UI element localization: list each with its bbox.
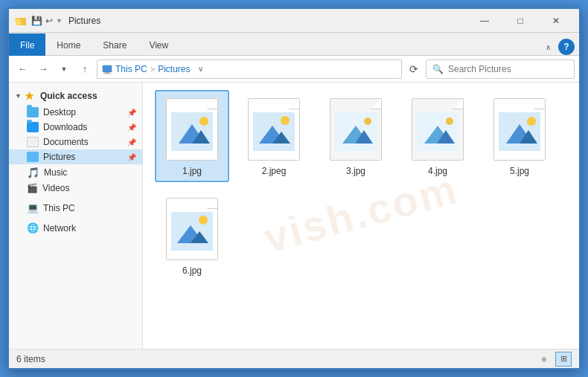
files-grid: 1.jpg [155,90,567,282]
path-this-pc[interactable]: This PC [115,64,147,74]
search-input[interactable] [448,64,568,74]
file-page [248,98,300,161]
path-dropdown-button[interactable]: ∨ [193,59,208,79]
desktop-label: Desktop [43,107,76,117]
sidebar-item-documents[interactable]: Documents 📌 [9,135,142,149]
desktop-folder-icon [27,107,39,117]
file-thumbnail [326,96,386,163]
network-icon: 🌐 [27,222,39,233]
large-icons-view-button[interactable]: ⊞ [555,352,572,367]
tab-home[interactable]: Home [45,33,92,56]
close-button[interactable]: ✕ [539,10,573,32]
file-item[interactable]: 4.jpg [400,90,475,182]
documents-folder-icon [27,137,39,147]
sidebar-item-downloads[interactable]: Downloads 📌 [9,120,142,135]
file-item[interactable]: 3.jpg [319,90,393,182]
file-corner [371,99,381,109]
image-preview-svg [171,212,213,251]
tab-file[interactable]: File [9,33,45,56]
file-thumbnail [244,96,304,163]
tab-view[interactable]: View [138,33,179,56]
path-separator-1: > [150,65,155,74]
sidebar-item-network[interactable]: 🌐 Network [9,220,142,236]
file-thumbnail [162,196,222,262]
search-box[interactable]: 🔍 [426,59,575,79]
sidebar-item-desktop[interactable]: Desktop 📌 [9,105,142,120]
downloads-label: Downloads [43,122,87,132]
sidebar-item-music[interactable]: 🎵 Music [9,164,142,181]
sidebar-item-pictures[interactable]: Pictures 📌 [9,149,142,164]
svg-point-10 [199,117,208,126]
svg-point-30 [199,216,208,225]
quick-access-star-icon: ★ [25,90,34,102]
img-preview [170,209,214,254]
pictures-label: Pictures [43,152,75,162]
file-thumbnail [490,96,549,163]
svg-rect-6 [103,73,111,74]
title-bar: 💾 ↩ ▼ Pictures — □ ✕ [9,9,579,33]
file-item[interactable]: 6.jpg [155,190,229,282]
address-path: This PC > Pictures ∨ [97,59,402,79]
sidebar-item-thispc[interactable]: 💻 This PC [9,200,142,216]
file-thumbnail [408,96,467,163]
music-icon: 🎵 [27,167,39,178]
file-item[interactable]: 5.jpg [482,90,557,182]
file-corner [453,99,463,109]
tab-share[interactable]: Share [92,33,138,56]
up-button[interactable]: ↑ [76,60,94,78]
list-view-button[interactable]: ≡ [536,352,552,367]
file-item[interactable]: 1.jpg [155,90,229,182]
explorer-window: 💾 ↩ ▼ Pictures — □ ✕ File Home Share Vie… [7,7,581,370]
file-area: vish.com [143,83,579,349]
file-item[interactable]: 2.jpeg [237,90,311,182]
svg-point-26 [527,117,536,126]
address-bar: ← → ▼ ↑ This PC > Pictures ∨ ⟳ 🔍 [9,56,579,83]
save-icon[interactable]: 💾 [31,16,42,26]
downloads-folder-icon [27,122,39,132]
recent-locations-button[interactable]: ▼ [55,60,73,78]
pictures-folder-icon [27,152,39,162]
file-page [412,98,464,161]
video-icon: 🎬 [27,183,38,193]
file-corner [289,99,299,109]
file-corner [207,199,217,209]
window-controls: — □ ✕ [467,10,573,32]
svg-point-18 [364,117,371,125]
quick-access-header[interactable]: ▼ ★ Quick access [9,87,142,105]
sidebar-item-videos[interactable]: 🎬 Videos [9,181,142,196]
undo-icon[interactable]: ↩ [45,16,53,26]
pictures-pin-icon: 📌 [127,153,136,161]
search-icon: 🔍 [432,64,444,74]
dropdown-icon[interactable]: ▼ [56,17,63,25]
file-corner [534,99,545,109]
this-pc-small-icon [102,64,112,74]
image-preview-svg [417,112,458,151]
help-button[interactable]: ? [558,39,575,55]
file-page [330,98,382,161]
file-name: 1.jpg [182,166,202,176]
forward-button[interactable]: → [34,60,52,78]
path-pictures[interactable]: Pictures [158,64,190,74]
back-button[interactable]: ← [13,60,31,78]
img-preview [170,109,214,154]
image-preview-svg [171,112,213,151]
svg-point-22 [446,117,453,125]
file-name: 3.jpg [346,166,365,176]
file-page [493,98,546,161]
file-page [166,198,218,260]
sidebar: ▼ ★ Quick access Desktop 📌 Downloads 📌 D… [9,83,143,349]
desktop-pin-icon: 📌 [127,109,136,117]
refresh-button[interactable]: ⟳ [405,59,423,79]
view-controls: ≡ ⊞ [536,352,572,367]
img-preview [497,109,542,154]
collapse-ribbon-button[interactable]: ∧ [540,39,555,54]
quick-access-chevron: ▼ [15,92,22,100]
main-area: ▼ ★ Quick access Desktop 📌 Downloads 📌 D… [9,83,579,349]
svg-rect-5 [105,72,109,74]
maximize-button[interactable]: □ [503,10,537,32]
file-corner [207,99,217,109]
network-label: Network [43,223,76,233]
window-title: Pictures [68,16,467,26]
minimize-button[interactable]: — [467,10,502,32]
quick-save-area: 💾 ↩ ▼ [31,16,63,26]
